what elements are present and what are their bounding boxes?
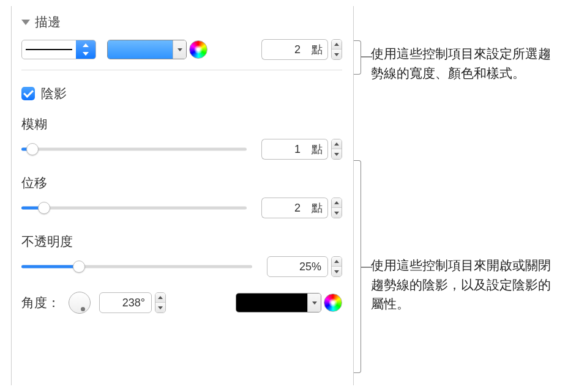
stepper-up-icon[interactable] <box>332 139 342 149</box>
stepper-up-icon[interactable] <box>332 40 342 50</box>
angle-row: 角度： <box>21 292 342 314</box>
blur-input[interactable] <box>261 139 307 160</box>
blur-field: 點 <box>261 139 342 160</box>
shadow-checkbox-label: 陰影 <box>41 85 67 102</box>
format-panel: 描邊 點 陰影 模糊 <box>11 6 354 385</box>
stepper-down-icon[interactable] <box>332 50 342 59</box>
stroke-style-preview <box>22 40 76 59</box>
angle-stepper[interactable] <box>155 292 166 313</box>
stroke-width-input[interactable] <box>261 39 307 60</box>
angle-dial[interactable] <box>69 292 91 314</box>
blur-unit: 點 <box>307 139 328 160</box>
stepper-down-icon[interactable] <box>332 149 342 159</box>
shadow-color-swatch <box>236 294 307 312</box>
offset-label: 位移 <box>21 174 342 191</box>
stroke-style-popup[interactable] <box>21 40 96 59</box>
stepper-down-icon[interactable] <box>332 267 342 276</box>
callout-stroke-text: 使用這些控制項目來設定所選趨勢線的寬度、顏色和樣式。 <box>371 46 551 80</box>
angle-input[interactable] <box>99 292 152 313</box>
checkbox-checked-icon[interactable] <box>21 87 35 100</box>
blur-stepper[interactable] <box>331 139 342 160</box>
offset-input[interactable] <box>261 198 307 218</box>
chevron-down-icon <box>173 40 186 59</box>
stroke-width-unit: 點 <box>307 39 328 60</box>
angle-label: 角度： <box>21 294 60 311</box>
stroke-section-title: 描邊 <box>35 13 61 31</box>
callout-stroke: 使用這些控制項目來設定所選趨勢線的寬度、顏色和樣式。 <box>371 44 555 83</box>
stepper-up-icon[interactable] <box>332 198 342 208</box>
offset-field: 點 <box>261 198 342 218</box>
stroke-style-popup-arrows-icon <box>76 40 95 59</box>
stroke-section-header[interactable]: 描邊 <box>21 13 342 31</box>
callout-shadow: 使用這些控制項目來開啟或關閉趨勢線的陰影，以及設定陰影的屬性。 <box>371 256 555 314</box>
opacity-input[interactable] <box>267 256 328 277</box>
opacity-group: 不透明度 <box>21 233 342 277</box>
stroke-width-field: 點 <box>261 39 342 60</box>
callout-shadow-text: 使用這些控制項目來開啟或關閉趨勢線的陰影，以及設定陰影的屬性。 <box>371 258 551 311</box>
stepper-down-icon[interactable] <box>155 303 165 312</box>
color-wheel-icon[interactable] <box>324 294 342 312</box>
opacity-slider[interactable] <box>21 261 252 273</box>
color-wheel-icon[interactable] <box>189 40 207 59</box>
opacity-field <box>267 256 342 277</box>
blur-label: 模糊 <box>21 116 342 133</box>
offset-group: 位移 點 <box>21 174 342 218</box>
stroke-color-swatch <box>108 40 173 59</box>
stroke-controls-row: 點 <box>21 39 342 60</box>
opacity-label: 不透明度 <box>21 233 342 250</box>
chevron-down-icon <box>307 294 321 312</box>
stroke-width-stepper[interactable] <box>331 39 342 60</box>
shadow-checkbox-row[interactable]: 陰影 <box>21 85 342 102</box>
offset-slider[interactable] <box>21 202 247 214</box>
stepper-down-icon[interactable] <box>332 208 342 218</box>
blur-group: 模糊 點 <box>21 116 342 160</box>
opacity-stepper[interactable] <box>331 256 342 277</box>
offset-stepper[interactable] <box>331 198 342 218</box>
stepper-up-icon[interactable] <box>155 293 165 303</box>
offset-unit: 點 <box>307 198 328 218</box>
stepper-up-icon[interactable] <box>332 257 342 267</box>
blur-slider[interactable] <box>21 143 247 155</box>
disclosure-triangle-icon <box>21 20 30 25</box>
stroke-color-well[interactable] <box>107 40 187 59</box>
divider <box>21 70 342 70</box>
angle-field <box>99 292 166 313</box>
shadow-color-well[interactable] <box>236 293 321 312</box>
